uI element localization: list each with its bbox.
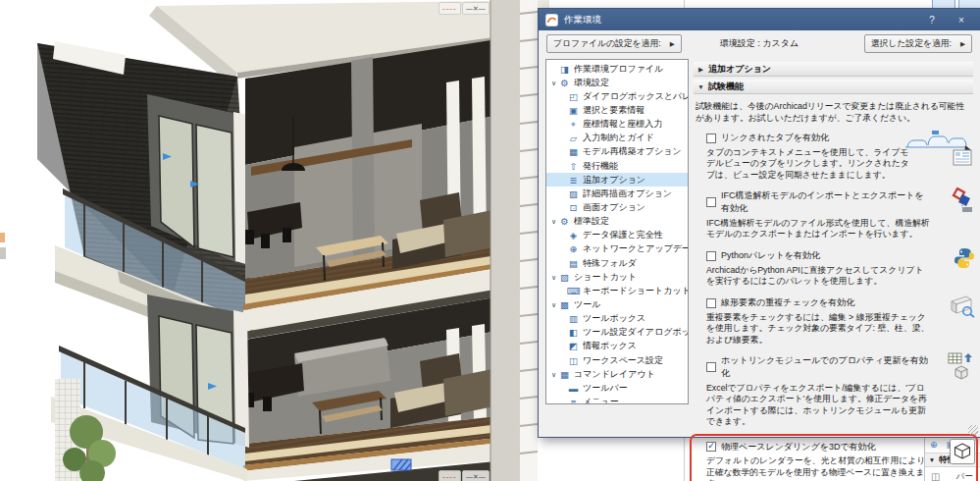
info-box-icon: ◩ (567, 340, 580, 352)
close-button[interactable]: × (950, 9, 973, 30)
chevron-down-icon: ∨ (549, 301, 558, 308)
apply-profile-settings-button[interactable]: プロファイルの設定を適用: ▶ (546, 34, 682, 53)
settings-content: ▶ 追加オプション ▼ 試験機能 試験機能は、今後のArchicadリリースで変… (694, 59, 973, 432)
tree-item-more-options[interactable]: ≣追加オプション (546, 173, 688, 187)
shortcut-icon: ▧ (558, 271, 571, 284)
toolbar-icon: ▬ (567, 382, 580, 395)
option-desc: デフォルトのレンダラーを、光と材質の相互作用により正確な数学的モデルを使用する物… (706, 455, 930, 481)
option-desc: Excelでプロパティをエクスポート/編集するには、'プロパティ値のエクスポート… (706, 383, 930, 428)
tree-group-tools[interactable]: ∨▩ツール (546, 297, 688, 311)
checkbox-hotlink-property[interactable] (706, 362, 716, 372)
tree-group-command-layout[interactable]: ∨▦コマンドレイアウト (546, 367, 688, 381)
pbr-cube-icon (950, 439, 975, 466)
dashed-line-tool-icon[interactable]: ---- (438, 2, 461, 15)
dashed-line-tool-icon[interactable]: ---- (438, 470, 461, 481)
tree-item-redraw-options[interactable]: ▨詳細再描画オプション (546, 187, 688, 200)
option-physically-based-rendering: ✓物理ベースレンダリングを3Dで有効化 デフォルトのレンダラーを、光と材質の相互… (706, 441, 973, 481)
clipped-toolbar-icon (0, 233, 5, 242)
tree-item-coordinate-input[interactable]: ⌖座標情報と座標入力 (546, 118, 688, 132)
standard-settings-icon: ⚙ (558, 215, 571, 228)
option-label: 物理ベースレンダリングを3Dで有効化 (721, 441, 876, 454)
tree-item-tool-settings[interactable]: ◧ツール設定ダイアログボックス (546, 326, 688, 340)
tree-group-standard-settings[interactable]: ∨⚙標準設定 (546, 215, 688, 229)
option-python-palette: Pythonパレットを有効化 ArchicadからPython APIに直接アク… (706, 249, 973, 287)
tree-item-workspace[interactable]: ◫ワークスペース設定 (546, 353, 688, 367)
cut-line-tool-icon[interactable]: —✕— (462, 2, 490, 15)
rebuild-icon: ▦ (567, 145, 580, 158)
tree-item-dialog-palette[interactable]: ◰ダイアログボックスとパレット (546, 89, 688, 103)
overlap-check-icon (950, 294, 975, 320)
archicad-workspace: ---- —✕— ---- —✕— ⊕ ▣ × ▼ 特性 ◫ パー 作業環境 ? (0, 0, 980, 481)
chevron-down-icon: ∨ (549, 80, 558, 86)
option-desc: タブのコンテキストメニューを使用して、ライブモデルビューのタブをリンクします。リ… (706, 147, 912, 181)
tree-item-model-rebuild[interactable]: ▦モデル再構築オプション (546, 145, 688, 159)
checkbox-python-palette[interactable] (706, 251, 716, 261)
tree-item-work-env-profile[interactable]: ◨作業環境プロファイル (546, 62, 688, 76)
tree-item-data-safety[interactable]: ◈データ保護と完全性 (546, 229, 688, 242)
tools-icon: ▩ (558, 298, 571, 311)
tree-item-display-options[interactable]: ⊡画面オプション (546, 200, 688, 214)
dialog-titlebar[interactable]: 作業環境 ? × (539, 9, 980, 30)
tool-settings-icon: ◧ (567, 326, 580, 339)
checkbox-ifc-structural[interactable] (706, 197, 716, 207)
tree-item-publish[interactable]: ⇧発行機能 (546, 159, 688, 173)
apply-selected-settings-label: 選択した設定を適用: (871, 38, 952, 50)
tree-group-shortcuts[interactable]: ∨▧ショートカット (546, 270, 688, 284)
panel-divider-line (684, 0, 685, 8)
profile-icon: ◨ (558, 63, 571, 76)
checkbox-linked-tabs[interactable] (706, 134, 716, 143)
tree-item-selection-info[interactable]: ▣選択と要素情報 (546, 103, 688, 117)
checkbox-overlap-check[interactable] (706, 298, 716, 308)
hotlink-property-icon (948, 352, 975, 382)
tree-item-toolbar[interactable]: ▬ツールバー (546, 381, 688, 395)
option-label: IFC構造解析モデルのインポートとエクスポートを有効化 (721, 189, 930, 215)
data-safety-icon: ◈ (567, 229, 580, 241)
tree-item-menu[interactable]: ≡メニュー (546, 395, 688, 404)
3d-model-view[interactable] (0, 0, 549, 481)
option-ifc-structural: IFC構造解析モデルのインポートとエクスポートを有効化 IFC構造解析モデルのフ… (706, 189, 973, 240)
option-label: リンクされたタブを有効化 (721, 132, 829, 144)
help-button[interactable]: ? (920, 9, 944, 30)
option-label: Pythonパレットを有効化 (721, 249, 820, 262)
ifc-structural-icon (950, 187, 975, 217)
menu-arrow-icon: ▶ (670, 40, 675, 48)
resize-grip[interactable] (968, 425, 978, 435)
coordinate-icon: ⌖ (567, 118, 580, 131)
tree-item-network-update[interactable]: ⊕ネットワークとアップデート (546, 242, 688, 256)
section-cut-wall (490, 0, 538, 481)
building-cutaway (37, 0, 549, 481)
apply-selected-settings-button[interactable]: 選択した設定を適用: ▶ (864, 34, 972, 53)
option-desc: ArchicadからPython APIに直接アクセスしてスクリプトを実行するに… (706, 265, 930, 288)
checkbox-pbr-3d[interactable]: ✓ (706, 442, 716, 452)
cut-line-tool-icon[interactable]: —✕— (462, 470, 490, 481)
menu-arrow-icon: ▶ (960, 40, 965, 48)
chevron-down-icon: ∨ (549, 218, 558, 225)
tree-group-environment-settings[interactable]: ∨⚙環境設定 (546, 76, 688, 89)
command-layout-icon: ▦ (558, 368, 571, 381)
section-title: 追加オプション (708, 63, 771, 76)
display-icon: ⊡ (567, 201, 580, 214)
tree-item-keyboard-shortcut[interactable]: ⌨キーボードショートカット (546, 284, 688, 297)
tree-item-info-box[interactable]: ◩情報ボックス (546, 340, 688, 353)
guides-icon: ▱ (567, 132, 580, 144)
clipped-toolbar-icon (0, 247, 6, 259)
option-hotlink-property: ホットリンクモジュールでのプロパティ更新を有効化 Excelでプロパティをエクス… (706, 354, 973, 427)
tree-item-input-guides[interactable]: ▱入力制約とガイド (546, 132, 688, 145)
settings-tree: ◨作業環境プロファイル ∨⚙環境設定 ◰ダイアログボックスとパレット ▣選択と要… (545, 59, 689, 404)
tree-item-special-folders[interactable]: ▤特殊フォルダ (546, 256, 688, 270)
tree-item-toolbox[interactable]: ▥ツールボックス (546, 312, 688, 326)
section-more-options[interactable]: ▶ 追加オプション (694, 62, 973, 77)
option-desc: 重複要素をチェックするには、編集 > 線形重複チェックを使用します。チェック対象… (706, 312, 930, 346)
more-options-icon: ≣ (567, 174, 580, 187)
redraw-icon: ▨ (567, 187, 580, 200)
dialog-title: 作業環境 (564, 14, 914, 27)
section-title: 試験機能 (708, 80, 744, 93)
work-environment-dialog: 作業環境 ? × 環境設定 : カスタム プロファイルの設定を適用: ▶ 選択し… (538, 8, 980, 438)
chevron-right-icon: ▶ (694, 66, 708, 74)
toolbox-icon: ▥ (567, 312, 580, 325)
option-label: 線形要素の重複チェックを有効化 (721, 296, 854, 309)
menu-icon: ≡ (567, 396, 580, 404)
apply-profile-settings-label: プロファイルの設定を適用: (553, 38, 661, 50)
panel-divider-line (684, 436, 685, 481)
section-experimental-features[interactable]: ▼ 試験機能 (694, 80, 973, 94)
